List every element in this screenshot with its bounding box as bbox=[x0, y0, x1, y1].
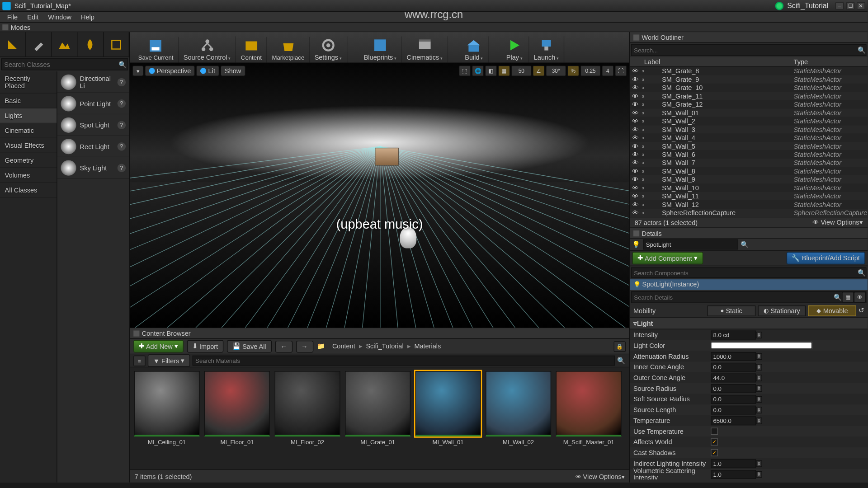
category-geometry[interactable]: Geometry bbox=[0, 153, 57, 168]
view-options-button[interactable]: 👁 View Options▾ bbox=[576, 473, 625, 480]
outliner-row[interactable]: 👁▫SM_Grate_8StaticMeshActor bbox=[630, 67, 868, 75]
asset-mi_wall_01[interactable]: MI_Wall_01 bbox=[415, 371, 481, 466]
reset-icon[interactable]: ↺ bbox=[859, 307, 864, 314]
add-new-button[interactable]: ✚ Add New ▾ bbox=[133, 340, 183, 353]
outliner-row[interactable]: 👁▫SM_Wall_3StaticMeshActor bbox=[630, 125, 868, 133]
perspective-button[interactable]: Perspective bbox=[145, 66, 195, 76]
crumb-content[interactable]: Content bbox=[329, 341, 359, 351]
menu-file[interactable]: File bbox=[2, 12, 22, 22]
light-category-header[interactable]: ▿ Light bbox=[630, 317, 868, 329]
angle-snap-icon[interactable]: ∠ bbox=[533, 66, 544, 76]
outliner-row[interactable]: 👁▫SM_Wall_5StaticMeshActor bbox=[630, 142, 868, 150]
asset-mi_wall_02[interactable]: MI_Wall_02 bbox=[485, 371, 552, 466]
content-browser-tab[interactable]: Content Browser bbox=[130, 328, 629, 339]
prop-value-input[interactable] bbox=[711, 469, 756, 479]
prop-value-input[interactable] bbox=[711, 362, 756, 371]
modes-tab[interactable]: Modes bbox=[0, 23, 868, 32]
mode-place-icon[interactable] bbox=[0, 32, 26, 56]
mobility-stationary[interactable]: ◐ Stationary bbox=[758, 305, 806, 316]
spinner-icon[interactable]: ⇳ bbox=[756, 385, 762, 391]
outliner-row[interactable]: 👁▫SM_Wall_4StaticMeshActor bbox=[630, 133, 868, 141]
outliner-row[interactable]: 👁▫SM_Wall_12StaticMeshActor bbox=[630, 200, 868, 208]
info-icon[interactable]: ? bbox=[118, 142, 126, 150]
blueprint-add-script-button[interactable]: 🔧 Blueprint/Add Script bbox=[786, 252, 865, 265]
light-point-light[interactable]: Point Light? bbox=[57, 93, 129, 114]
category-basic[interactable]: Basic bbox=[0, 94, 57, 108]
visibility-icon[interactable]: 👁 bbox=[632, 201, 640, 208]
menu-help[interactable]: Help bbox=[76, 12, 99, 22]
actor-name-input[interactable] bbox=[643, 239, 738, 249]
search-materials-input[interactable] bbox=[193, 356, 615, 366]
outliner-row[interactable]: 👁▫SM_Grate_12StaticMeshActor bbox=[630, 100, 868, 108]
mobility-static[interactable]: ● Static bbox=[707, 305, 755, 316]
light-sky-light[interactable]: Sky Light? bbox=[57, 157, 129, 178]
outliner-search-input[interactable] bbox=[632, 46, 858, 55]
outliner-row[interactable]: 👁▫SM_Wall_6StaticMeshActor bbox=[630, 150, 868, 158]
visibility-icon[interactable]: 👁 bbox=[632, 176, 640, 183]
browse-icon[interactable]: 🔍 bbox=[741, 240, 749, 248]
outliner-label-header[interactable]: Label bbox=[644, 58, 794, 66]
outliner-row[interactable]: 👁▫SM_Wall_01StaticMeshActor bbox=[630, 108, 868, 117]
coord-space-icon[interactable]: 🌐 bbox=[472, 66, 484, 76]
spinner-icon[interactable]: ⇳ bbox=[756, 396, 762, 402]
outliner-row[interactable]: 👁▫SM_Wall_7StaticMeshActor bbox=[630, 159, 868, 167]
maximize-button[interactable]: ☐ bbox=[846, 2, 854, 9]
asset-mi_grate_01[interactable]: MI_Grate_01 bbox=[344, 371, 411, 466]
category-volumes[interactable]: Volumes bbox=[0, 168, 57, 183]
light-spot-light[interactable]: Spot Light? bbox=[57, 114, 129, 136]
spinner-icon[interactable]: ⇳ bbox=[756, 407, 762, 413]
details-tab[interactable]: Details bbox=[630, 228, 868, 239]
prop-value-input[interactable] bbox=[711, 330, 756, 339]
spinner-icon[interactable]: ⇳ bbox=[756, 331, 762, 338]
spinner-icon[interactable]: ⇳ bbox=[756, 417, 762, 423]
property-matrix-icon[interactable]: ▦ bbox=[842, 292, 854, 303]
light-directional-li[interactable]: Directional Li? bbox=[57, 71, 129, 93]
mode-paint-icon[interactable] bbox=[26, 32, 52, 56]
add-component-button[interactable]: ✚ Add Component ▾ bbox=[632, 252, 703, 265]
save-current-button[interactable]: Save Current bbox=[133, 37, 179, 63]
category-recently-placed[interactable]: Recently Placed bbox=[0, 71, 57, 94]
blueprints-button[interactable]: Blueprints▾ bbox=[359, 36, 402, 62]
history-back-button[interactable]: ← bbox=[275, 340, 292, 352]
info-icon[interactable]: ? bbox=[118, 121, 126, 129]
viewport-maximize-icon[interactable]: ⛶ bbox=[615, 66, 627, 76]
mode-landscape-icon[interactable] bbox=[52, 32, 77, 56]
play-button[interactable]: Play▾ bbox=[500, 36, 529, 62]
angle-snap-value[interactable]: 30° bbox=[546, 66, 566, 76]
crumb-materials[interactable]: Materials bbox=[410, 341, 444, 351]
mode-foliage-icon[interactable] bbox=[78, 32, 104, 56]
outliner-row[interactable]: 👁▫SM_Grate_9StaticMeshActor bbox=[630, 75, 868, 83]
source-control-button[interactable]: Source Control▾ bbox=[179, 36, 236, 62]
outliner-row[interactable]: 👁▫SM_Wall_8StaticMeshActor bbox=[630, 167, 868, 175]
visibility-icon[interactable]: 👁 bbox=[632, 126, 640, 133]
asset-mi_floor_02[interactable]: MI_Floor_02 bbox=[274, 371, 341, 466]
crumb-scifi_tutorial[interactable]: Scifi_Tutorial bbox=[362, 341, 407, 351]
transform-mode-icon[interactable]: ⬚ bbox=[459, 66, 471, 76]
visibility-icon[interactable]: 👁 bbox=[632, 192, 640, 200]
save-all-button[interactable]: 💾 Save All bbox=[227, 340, 272, 353]
prop-value-input[interactable] bbox=[711, 384, 756, 393]
grid-snap-icon[interactable]: ▦ bbox=[498, 66, 510, 76]
minimize-button[interactable]: – bbox=[835, 2, 844, 9]
visibility-icon[interactable]: 👁 bbox=[632, 75, 640, 83]
info-icon[interactable]: ? bbox=[118, 78, 126, 86]
info-icon[interactable]: ? bbox=[118, 99, 126, 107]
spinner-icon[interactable]: ⇳ bbox=[756, 460, 762, 466]
outliner-row[interactable]: 👁▫SM_Grate_11StaticMeshActor bbox=[630, 92, 868, 100]
folder-icon[interactable]: 📁 bbox=[317, 343, 325, 350]
world-outliner-tab[interactable]: World Outliner bbox=[630, 32, 868, 43]
search-classes-input[interactable] bbox=[2, 60, 118, 69]
spinner-icon[interactable]: ⇳ bbox=[756, 374, 762, 380]
light-rect-light[interactable]: Rect Light? bbox=[57, 136, 129, 157]
visibility-icon[interactable]: 👁 bbox=[632, 117, 640, 125]
category-visual-effects[interactable]: Visual Effects bbox=[0, 138, 57, 153]
filters-button[interactable]: ▼ Filters▾ bbox=[148, 354, 190, 367]
prop-value-input[interactable] bbox=[711, 352, 756, 361]
actor-gizmo[interactable] bbox=[375, 148, 399, 166]
history-fwd-button[interactable]: → bbox=[296, 340, 313, 352]
category-cinematic[interactable]: Cinematic bbox=[0, 123, 57, 138]
visibility-icon[interactable]: 👁 bbox=[632, 134, 640, 141]
checkbox[interactable] bbox=[711, 449, 718, 456]
search-components-input[interactable] bbox=[632, 268, 858, 277]
search-icon[interactable]: 🔍 bbox=[858, 46, 866, 54]
